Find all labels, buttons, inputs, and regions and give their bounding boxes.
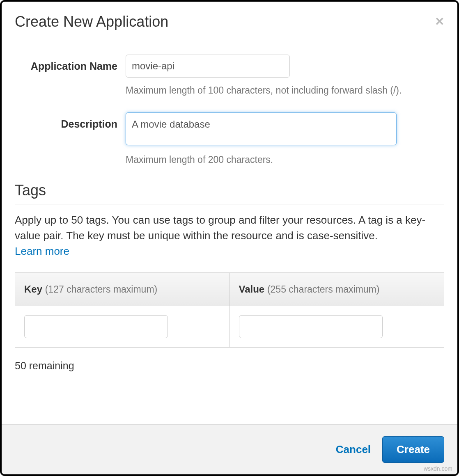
cancel-button[interactable]: Cancel	[336, 443, 371, 456]
close-icon[interactable]: ✕	[435, 16, 444, 27]
tags-col-key-hint: (127 characters maximum)	[45, 284, 158, 295]
watermark: wsxdn.com	[424, 465, 452, 472]
tags-heading: Tags	[15, 182, 444, 204]
description-label: Description	[15, 112, 126, 130]
table-row	[15, 306, 444, 348]
tags-table: Key (127 characters maximum) Value (255 …	[15, 272, 444, 348]
tags-description: Apply up to 50 tags. You can use tags to…	[15, 213, 444, 243]
learn-more-link[interactable]: Learn more	[15, 245, 69, 258]
modal-title: Create New Application	[15, 13, 168, 30]
description-input[interactable]	[126, 112, 397, 145]
app-name-input[interactable]	[126, 55, 290, 78]
tags-col-value-label: Value	[239, 284, 265, 295]
tag-key-input[interactable]	[24, 315, 168, 338]
tags-col-key-label: Key	[24, 284, 42, 295]
tags-remaining: 50 remaining	[15, 360, 444, 372]
tag-value-input[interactable]	[239, 315, 383, 338]
app-name-help: Maximum length of 100 characters, not in…	[126, 85, 444, 96]
create-button[interactable]: Create	[382, 436, 444, 463]
tags-col-value: Value (255 characters maximum)	[230, 273, 444, 306]
tags-col-value-hint: (255 characters maximum)	[267, 284, 380, 295]
description-help: Maximum length of 200 characters.	[126, 154, 444, 165]
tags-col-key: Key (127 characters maximum)	[15, 273, 230, 306]
app-name-label: Application Name	[15, 55, 126, 72]
